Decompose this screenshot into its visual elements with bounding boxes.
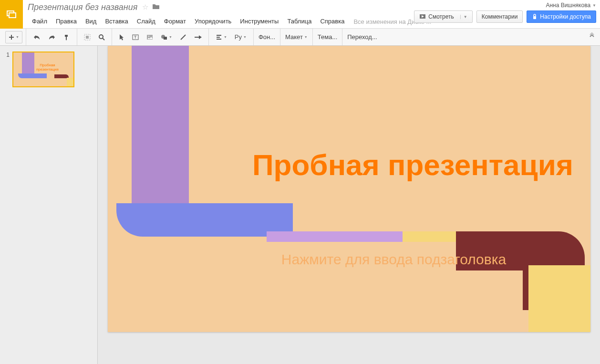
svg-rect-6 <box>86 36 89 39</box>
theme-button[interactable]: Тема... <box>313 29 342 45</box>
line-tool[interactable] <box>176 31 190 43</box>
svg-rect-4 <box>533 16 536 19</box>
menu-file[interactable]: Файл <box>28 14 52 29</box>
menu-table[interactable]: Таблица <box>283 14 316 29</box>
svg-point-7 <box>99 35 103 39</box>
collapse-toolbar-icon[interactable] <box>589 32 595 41</box>
header: Презентация без названия ☆ Файл Правка В… <box>0 0 600 29</box>
comments-button[interactable]: Комментарии <box>476 10 523 23</box>
zoom-button[interactable] <box>95 31 108 43</box>
slide-thumbnail-1[interactable]: Пробная презентация <box>12 52 74 87</box>
present-button[interactable]: Смотреть ▼ <box>414 10 472 23</box>
layout-button[interactable]: Макет▼ <box>280 29 313 45</box>
arrow-tool[interactable] <box>191 31 205 43</box>
redo-button[interactable] <box>45 31 59 43</box>
background-button[interactable]: Фон... <box>254 29 280 45</box>
svg-text:T: T <box>134 35 137 40</box>
svg-point-12 <box>148 36 149 37</box>
select-tool[interactable] <box>115 31 128 43</box>
menu-tools[interactable]: Инструменты <box>236 14 283 29</box>
user-name-label: Анна Вишнякова <box>546 2 590 9</box>
slide-canvas-wrap: Пробная презентация Нажмите для ввода по… <box>98 46 600 364</box>
comments-label: Комментарии <box>482 13 518 20</box>
slide-title-text[interactable]: Пробная презентация <box>251 148 575 182</box>
user-menu[interactable]: Анна Вишнякова ▼ <box>546 2 596 9</box>
share-button[interactable]: Настройки доступа <box>527 10 596 23</box>
doc-title[interactable]: Презентация без названия <box>28 2 137 12</box>
svg-line-15 <box>181 35 186 40</box>
star-icon[interactable]: ☆ <box>142 3 148 11</box>
thumb-number: 1 <box>4 52 10 58</box>
present-dropdown-icon[interactable]: ▼ <box>460 15 467 19</box>
menu-arrange[interactable]: Упорядочить <box>190 14 236 29</box>
decor-yellow-block <box>528 265 590 332</box>
present-label: Смотреть <box>428 13 454 20</box>
menu-format[interactable]: Формат <box>160 14 190 29</box>
folder-icon[interactable] <box>152 3 160 11</box>
thumb-title: Пробная презентация <box>36 63 59 72</box>
menu-edit[interactable]: Правка <box>52 14 81 29</box>
zoom-fit-button[interactable] <box>81 31 94 43</box>
toolbar: ▼ T ▼ ▼ Ру▼ Фон... Макет▼ Тема... Перехо… <box>0 29 600 46</box>
svg-rect-1 <box>9 13 16 18</box>
chevron-down-icon: ▼ <box>16 35 19 39</box>
svg-line-8 <box>103 38 104 40</box>
main-area: 1 Пробная презентация Пробная презентаци… <box>0 46 600 364</box>
decor-purple-bar <box>132 46 189 213</box>
menu-view[interactable]: Вид <box>81 14 101 29</box>
paint-format-button[interactable] <box>60 31 73 43</box>
share-label: Настройки доступа <box>540 13 591 20</box>
menu-help[interactable]: Справка <box>316 14 349 29</box>
undo-button[interactable] <box>30 31 44 43</box>
decor-lavender-bar <box>267 231 403 242</box>
align-button[interactable]: ▼ <box>212 31 230 43</box>
script-label: Ру <box>235 33 242 41</box>
slide-thumbnail-panel: 1 Пробная презентация <box>0 46 98 364</box>
svg-marker-17 <box>199 35 202 39</box>
svg-rect-14 <box>164 37 167 40</box>
input-tools-button[interactable]: Ру▼ <box>231 31 250 43</box>
textbox-tool[interactable]: T <box>129 31 142 43</box>
menu-slide[interactable]: Слайд <box>133 14 160 29</box>
slide-canvas[interactable]: Пробная презентация Нажмите для ввода по… <box>108 46 590 332</box>
new-slide-button[interactable]: ▼ <box>5 31 22 43</box>
chevron-down-icon: ▼ <box>592 3 596 8</box>
image-tool[interactable] <box>143 31 156 43</box>
shape-tool[interactable]: ▼ <box>157 31 176 43</box>
menu-insert[interactable]: Вставка <box>101 14 132 29</box>
slide-subtitle-placeholder[interactable]: Нажмите для ввода подзаголовка <box>251 251 537 268</box>
app-logo[interactable] <box>0 0 23 29</box>
transition-button[interactable]: Переход... <box>342 29 382 45</box>
